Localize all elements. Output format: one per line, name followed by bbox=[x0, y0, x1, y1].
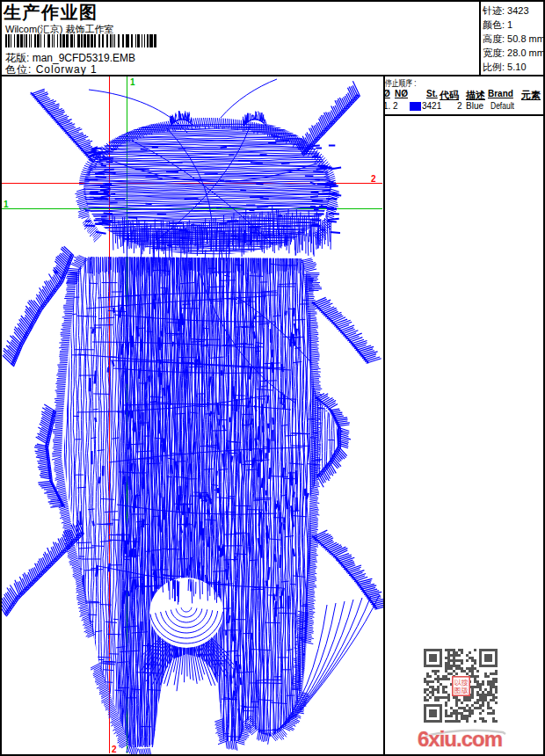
svg-text:2: 2 bbox=[371, 174, 376, 184]
svg-text:2: 2 bbox=[112, 745, 117, 754]
svg-text:1: 1 bbox=[130, 77, 135, 87]
svg-text:图版: 图版 bbox=[454, 687, 469, 694]
svg-text:1: 1 bbox=[4, 200, 9, 209]
svg-text:6xiu.com: 6xiu.com bbox=[418, 727, 502, 751]
svg-text:以搜: 以搜 bbox=[454, 679, 469, 687]
